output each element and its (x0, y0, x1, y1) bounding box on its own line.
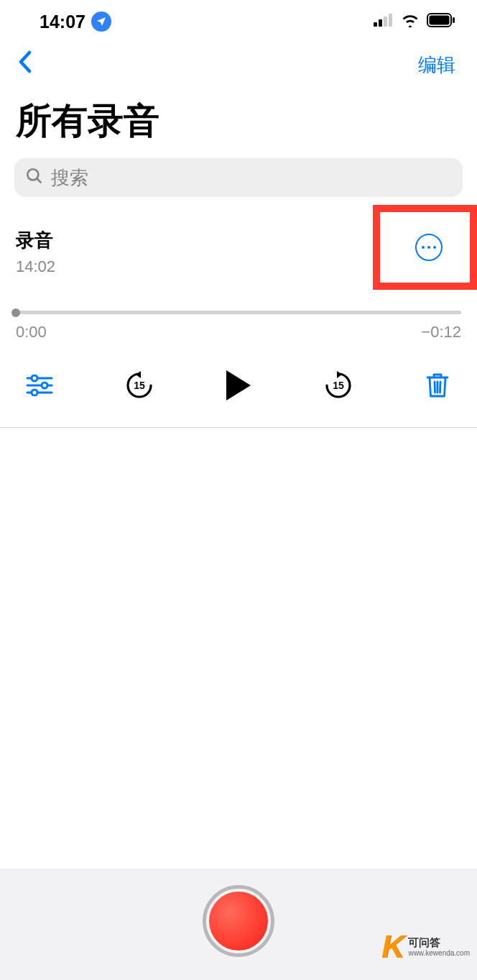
skip-forward-button[interactable]: 15 (323, 370, 354, 401)
status-time: 14:07 (40, 12, 85, 32)
divider (0, 427, 477, 428)
status-right (374, 13, 455, 30)
highlight-annotation (373, 205, 477, 290)
svg-rect-1 (379, 19, 382, 27)
svg-text:15: 15 (333, 380, 344, 391)
more-button[interactable] (415, 234, 443, 261)
watermark-text: 可问答 www.kewenda.com (408, 936, 470, 958)
svg-line-19 (440, 382, 441, 393)
nav-bar: 编辑 (0, 43, 477, 86)
svg-rect-0 (374, 22, 377, 27)
recording-header: 录音 14:02 (16, 228, 461, 276)
record-button[interactable] (203, 885, 274, 957)
watermark-name: 可问答 (408, 936, 470, 949)
play-button[interactable] (224, 369, 253, 402)
delete-button[interactable] (423, 371, 452, 400)
svg-line-17 (435, 382, 435, 393)
watermark-url: www.kewenda.com (408, 949, 470, 958)
page-title: 所有录音 (0, 86, 477, 158)
wifi-icon (401, 13, 420, 30)
time-labels: 0:00 −0:12 (16, 323, 461, 342)
more-icon (433, 246, 436, 249)
signal-icon (374, 14, 394, 29)
search-input[interactable]: 搜索 (14, 158, 463, 197)
search-icon (25, 167, 44, 188)
playback-slider[interactable]: 0:00 −0:12 (16, 311, 461, 342)
svg-text:15: 15 (134, 380, 145, 391)
svg-rect-5 (430, 16, 450, 25)
status-bar: 14:07 (0, 0, 477, 43)
svg-line-8 (37, 178, 40, 182)
watermark: K 可问答 www.kewenda.com (381, 928, 470, 966)
svg-rect-3 (389, 14, 392, 27)
battery-icon (427, 13, 455, 30)
elapsed-time: 0:00 (16, 323, 47, 342)
svg-rect-6 (453, 17, 455, 23)
recording-item[interactable]: 录音 14:02 (0, 210, 477, 276)
more-icon (422, 246, 425, 249)
more-icon (427, 246, 430, 249)
svg-point-14 (32, 390, 37, 395)
back-button[interactable] (14, 46, 36, 84)
skip-back-button[interactable]: 15 (124, 370, 155, 401)
search-placeholder: 搜索 (51, 165, 88, 191)
svg-point-12 (42, 383, 47, 388)
location-icon (91, 12, 111, 32)
remaining-time: −0:12 (421, 323, 461, 342)
playback-controls: 15 15 (0, 342, 477, 427)
svg-rect-2 (384, 17, 387, 27)
record-icon (209, 892, 268, 951)
watermark-logo: K (381, 928, 405, 966)
edit-button[interactable]: 编辑 (411, 49, 463, 81)
svg-point-10 (32, 375, 37, 381)
status-left: 14:07 (40, 12, 111, 32)
slider-thumb[interactable] (11, 308, 20, 317)
settings-button[interactable] (25, 371, 54, 400)
slider-track (16, 311, 461, 314)
